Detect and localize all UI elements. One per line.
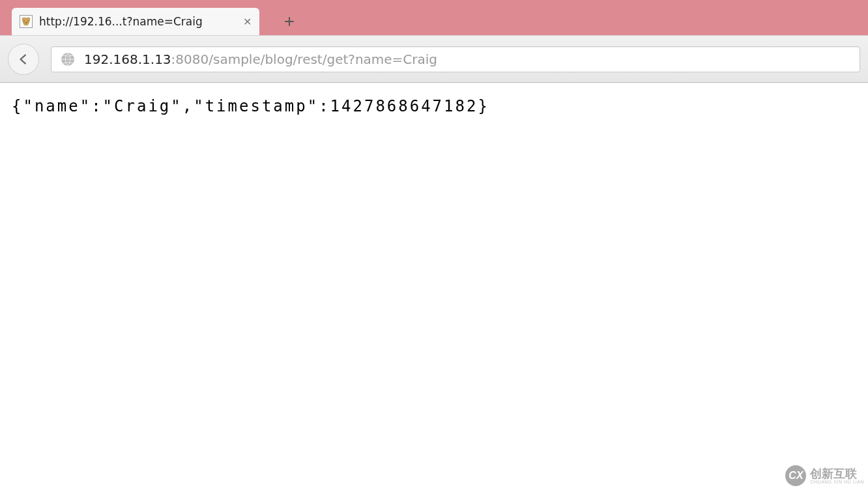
url-path: :8080/sample/blog/rest/get?name=Craig [171,51,437,67]
watermark-text: 创新互联 CHUANG XIN HU LIAN [810,468,864,484]
page-body: {"name":"Craig","timestamp":142786864718… [0,83,868,130]
url-bar[interactable]: 192.168.1.13:8080/sample/blog/rest/get?n… [51,46,860,72]
response-text: {"name":"Craig","timestamp":142786864718… [12,97,489,115]
watermark-main: 创新互联 [810,468,864,480]
tab-strip: http://192.16...t?name=Craig ✕ [0,0,868,35]
close-icon[interactable]: ✕ [241,16,253,27]
watermark-logo-icon: CX [785,465,806,486]
watermark-sub: CHUANG XIN HU LIAN [810,480,864,484]
back-button[interactable] [8,44,39,75]
tab-title: http://192.16...t?name=Craig [39,15,203,28]
url-text: 192.168.1.13:8080/sample/blog/rest/get?n… [84,51,437,67]
watermark: CX 创新互联 CHUANG XIN HU LIAN [785,465,864,486]
globe-icon [59,51,76,68]
tomcat-favicon-icon [20,15,33,28]
url-host: 192.168.1.13 [84,51,171,67]
nav-toolbar: 192.168.1.13:8080/sample/blog/rest/get?n… [0,35,868,83]
new-tab-button[interactable] [278,12,301,31]
browser-tab[interactable]: http://192.16...t?name=Craig ✕ [12,8,259,35]
